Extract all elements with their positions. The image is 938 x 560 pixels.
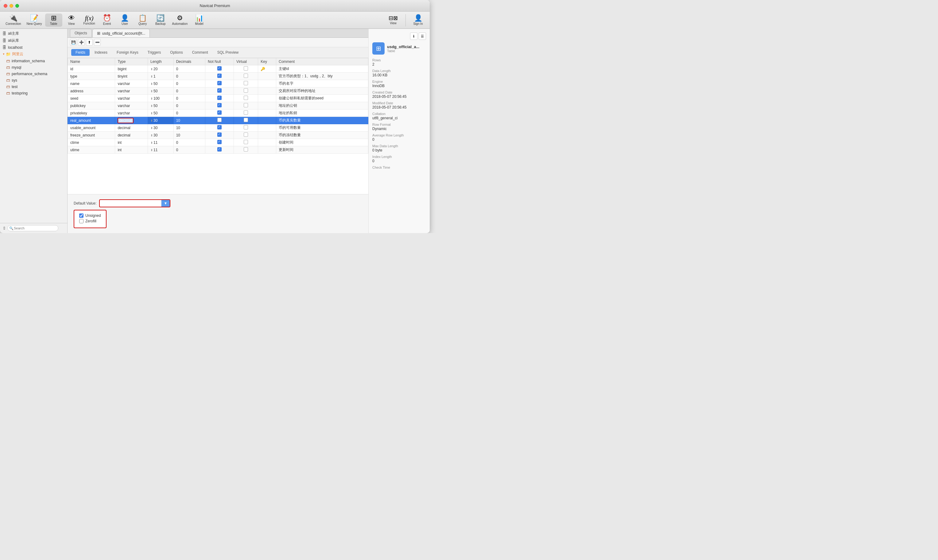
toolbar-sign-in[interactable]: 👤 Sign In — [409, 14, 427, 27]
tab-fields[interactable]: Fields — [71, 49, 89, 56]
not-null-checkbox[interactable] — [217, 111, 222, 115]
add-field-btn[interactable]: ➕ — [78, 39, 85, 46]
toolbar-function[interactable]: f(x) Function — [81, 14, 98, 26]
table-row[interactable]: freeze_amountdecimal⬍3010币的冻结数量 — [68, 132, 368, 139]
cell-type: varchar — [115, 95, 148, 102]
localhost-icon: 🗄 — [3, 45, 6, 50]
sidebar-item-information-schema[interactable]: 🗃 information_schema — [0, 58, 67, 64]
virtual-checkbox[interactable] — [244, 103, 248, 107]
not-null-checkbox[interactable] — [217, 81, 222, 85]
sidebar-item-ali-master[interactable]: 🗄 ali主库 — [0, 30, 67, 37]
not-null-checkbox[interactable] — [217, 132, 222, 137]
not-null-checkbox[interactable] — [217, 140, 222, 144]
add-field-above-btn[interactable]: ⬆ — [86, 39, 93, 46]
table-row[interactable]: typetinyint⬍10官方币的类型：1、usdg，2、bty — [68, 73, 368, 80]
toolbar-automation[interactable]: ⚙ Automation — [170, 14, 190, 27]
sidebar-item-aliyun[interactable]: ▼ 📁 阿里云 — [0, 51, 67, 58]
toolbar-new-query[interactable]: 📝 New Query — [24, 14, 45, 27]
not-null-checkbox[interactable] — [217, 74, 222, 78]
virtual-checkbox[interactable] — [244, 111, 248, 115]
virtual-checkbox[interactable] — [244, 66, 248, 71]
delete-field-btn[interactable]: ➖ — [94, 39, 101, 46]
sidebar-item-test[interactable]: 🗃 test — [0, 83, 67, 90]
virtual-checkbox[interactable] — [244, 118, 248, 122]
virtual-checkbox[interactable] — [244, 96, 248, 100]
tab-options[interactable]: Options — [166, 49, 187, 56]
virtual-checkbox[interactable] — [244, 140, 248, 144]
toolbar-view-right[interactable]: ⊟⊠ View — [384, 14, 402, 26]
cell-not-null — [205, 132, 234, 139]
save-btn[interactable]: 💾 — [70, 39, 77, 46]
sidebar-expand-icon[interactable]: ⇕ — [3, 226, 6, 231]
cell-name: publickey — [68, 102, 115, 109]
close-button[interactable] — [4, 4, 8, 8]
not-null-checkbox[interactable] — [217, 96, 222, 100]
created-date-value: 2018-05-07 20:56:45 — [372, 94, 426, 99]
sidebar-item-sys[interactable]: 🗃 sys — [0, 77, 67, 83]
cell-decimals: 0 — [173, 65, 205, 73]
tab-triggers[interactable]: Triggers — [143, 49, 165, 56]
cell-type: decimal — [115, 117, 148, 124]
zerofill-checkbox[interactable] — [79, 219, 83, 223]
toolbar-event[interactable]: ⏰ Event — [99, 14, 116, 27]
virtual-checkbox[interactable] — [244, 74, 248, 78]
table-row[interactable]: addressvarchar⬍500交易所对应币种的地址 — [68, 88, 368, 95]
tab-table-editor[interactable]: ⊞ usdg_official_account@t... — [93, 29, 150, 37]
sidebar-search-input[interactable] — [8, 225, 58, 231]
toolbar-view[interactable]: 👁 View — [63, 14, 80, 27]
tab-foreign-keys[interactable]: Foreign Keys — [112, 49, 143, 56]
not-null-checkbox[interactable] — [217, 125, 222, 129]
cell-virtual — [234, 117, 258, 124]
toolbar-connection[interactable]: 🔌 Connection — [3, 14, 24, 27]
tab-sql-preview[interactable]: SQL Preview — [213, 49, 243, 56]
cell-name: address — [68, 88, 115, 95]
virtual-checkbox[interactable] — [244, 132, 248, 137]
cell-decimals: 10 — [173, 124, 205, 132]
tab-indexes[interactable]: Indexes — [90, 49, 112, 56]
sidebar-item-mysql[interactable]: 🗃 mysql — [0, 64, 67, 71]
col-header-type: Type — [115, 58, 148, 65]
minimize-button[interactable] — [9, 4, 13, 8]
virtual-checkbox[interactable] — [244, 125, 248, 129]
not-null-checkbox[interactable] — [217, 66, 222, 71]
table-row[interactable]: real_amountdecimal⬍3010币的真实数量 — [68, 117, 368, 124]
not-null-checkbox[interactable] — [217, 88, 222, 92]
toolbar-backup[interactable]: 🔄 Backup — [152, 14, 169, 27]
table-row[interactable]: privatekeyvarchar⬍500地址的私钥 — [68, 109, 368, 117]
not-null-checkbox[interactable] — [217, 147, 222, 151]
sidebar-item-performance-schema[interactable]: 🗃 performance_schema — [0, 71, 67, 77]
right-panel-info-btn[interactable]: ℹ — [410, 32, 417, 40]
toolbar-query[interactable]: 📋 Query — [134, 14, 151, 27]
tab-triggers-label: Triggers — [148, 50, 161, 55]
sidebar-item-localhost[interactable]: 🗄 localhost — [0, 44, 67, 51]
toolbar-model[interactable]: 📊 Model — [191, 14, 208, 27]
cell-comment: 交易所对应币种的地址 — [276, 88, 368, 95]
unsigned-checkbox[interactable] — [79, 214, 83, 218]
table-row[interactable]: idbigint⬍200🔑主键id — [68, 65, 368, 73]
maximize-button[interactable] — [15, 4, 19, 8]
not-null-checkbox[interactable] — [217, 103, 222, 107]
default-value-input[interactable] — [100, 200, 161, 207]
table-row[interactable]: publickeyvarchar⬍500地址的公钥 — [68, 102, 368, 109]
virtual-checkbox[interactable] — [244, 88, 248, 92]
sidebar-item-ali-slave[interactable]: 🗄 ali从库 — [0, 37, 67, 44]
virtual-checkbox[interactable] — [244, 81, 248, 85]
table-row[interactable]: ctimeint⬍110创建时间 — [68, 139, 368, 146]
default-value-dropdown-btn[interactable]: ▼ — [161, 200, 170, 207]
table-row[interactable]: utimeint⬍110更新时间 — [68, 146, 368, 154]
table-row[interactable]: usable_amountdecimal⬍3010币的可用数量 — [68, 124, 368, 132]
toolbar-table[interactable]: ⊞ Table — [45, 14, 62, 27]
sidebar-item-testspring[interactable]: 🗃 testspring — [0, 90, 67, 96]
db-icon-sys: 🗃 — [6, 78, 10, 83]
right-panel-toggle-btn[interactable]: ☰ — [419, 32, 426, 40]
toolbar-user[interactable]: 👤 User — [116, 14, 134, 27]
tab-objects[interactable]: Objects — [70, 29, 92, 37]
virtual-checkbox[interactable] — [244, 147, 248, 151]
table-row[interactable]: namevarchar⬍500币的名字 — [68, 80, 368, 88]
index-length-value: 0 — [372, 159, 426, 163]
db-icon-perf: 🗃 — [6, 71, 10, 76]
table-row[interactable]: seedvarchar⬍1000创建公钥和私钥需要的seed — [68, 95, 368, 102]
cell-length: ⬍11 — [148, 139, 173, 146]
tab-comment[interactable]: Comment — [188, 49, 212, 56]
not-null-checkbox[interactable] — [217, 118, 222, 122]
